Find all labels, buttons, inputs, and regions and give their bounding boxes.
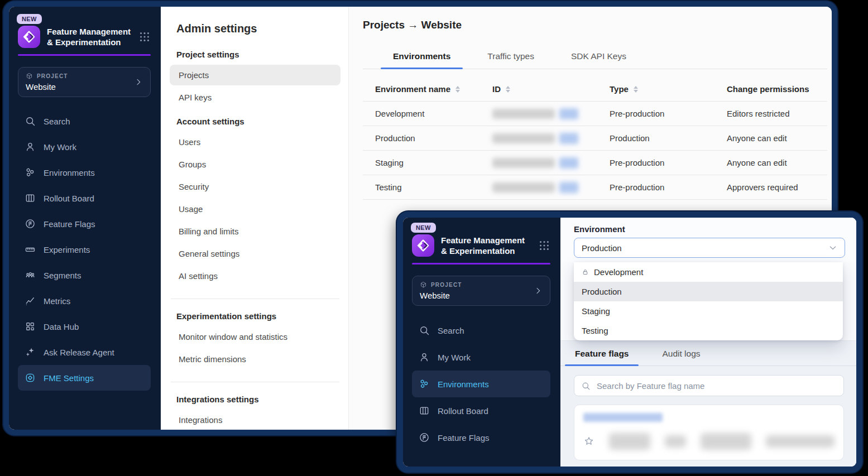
search-input[interactable] [596, 381, 837, 391]
redacted-flag-name-link[interactable] [583, 413, 663, 422]
redacted-content [665, 435, 686, 448]
environment-id-cell [480, 133, 597, 144]
sidebar-item-segments[interactable]: Segments [18, 262, 151, 288]
tab-environments[interactable]: Environments [392, 46, 452, 69]
environment-name-cell: Testing [363, 182, 480, 192]
admin-item-ai-settings[interactable]: AI settings [170, 266, 341, 286]
brand-underline [412, 263, 550, 265]
dropdown-option-staging[interactable]: Staging [574, 301, 843, 321]
sort-icon[interactable] [634, 86, 638, 93]
sidebar-item-search[interactable]: Search [412, 317, 550, 344]
redacted-copy-link[interactable] [559, 182, 578, 193]
table-row[interactable]: Staging Pre-production Anyone can edit [363, 151, 827, 175]
dropdown-option-testing[interactable]: Testing [574, 321, 843, 340]
table-row[interactable]: Development Pre-production Editors restr… [363, 102, 827, 126]
change-permissions-cell: Editors restricted [714, 109, 827, 118]
dropdown-option-development[interactable]: Development [574, 262, 843, 282]
environment-select[interactable]: Production [574, 238, 845, 258]
admin-item-usage[interactable]: Usage [170, 199, 341, 219]
admin-item-metric-dimensions[interactable]: Metric dimensions [170, 349, 341, 369]
column-header-change-permissions: Change permissions [714, 84, 827, 94]
sidebar-item-label: Segments [44, 271, 81, 280]
admin-item-billing-and-limits[interactable]: Billing and limits [170, 221, 341, 242]
dropdown-option-production[interactable]: Production [574, 282, 843, 301]
sidebar-item-data-hub[interactable]: Data Hub [18, 314, 151, 339]
redacted-content [609, 433, 650, 450]
admin-item-integrations[interactable]: Integrations [170, 410, 341, 430]
sidebar-item-feature-flags[interactable]: Feature Flags [412, 424, 550, 451]
environment-id-cell [480, 108, 597, 119]
column-header-type[interactable]: Type [597, 84, 714, 94]
project-selector[interactable]: PROJECT Website [18, 67, 151, 97]
fme-settings-icon [25, 372, 36, 383]
redacted-id [492, 158, 555, 168]
sort-icon[interactable] [506, 86, 510, 93]
sidebar-item-label: Rollout Board [438, 406, 488, 416]
sidebar-item-my-work[interactable]: My Work [18, 134, 151, 160]
sidebar-item-my-work[interactable]: My Work [412, 344, 550, 371]
section-heading-project-settings: Project settings [176, 50, 341, 59]
tab-audit-logs[interactable]: Audit logs [661, 348, 701, 366]
sidebar-item-environments[interactable]: Environments [412, 371, 550, 397]
sidebar-item-rollout-board[interactable]: Rollout Board [18, 185, 151, 211]
admin-item-monitor-window[interactable]: Monitor window and statistics [170, 326, 341, 347]
brand-header: Feature Management & Experimentation [412, 234, 550, 257]
project-selector[interactable]: PROJECT Website [412, 276, 550, 306]
overlay-nav: Search My Work Environments Rollout Boar… [412, 317, 550, 451]
sidebar-item-search[interactable]: Search [18, 108, 151, 134]
sidebar-item-metrics[interactable]: Metrics [18, 288, 151, 314]
change-permissions-cell: Anyone can edit [714, 158, 827, 167]
app-switcher-icon[interactable] [538, 239, 550, 252]
sidebar-item-feature-flags[interactable]: Feature Flags [18, 211, 151, 237]
grid-squares-icon [25, 321, 36, 332]
column-header-id[interactable]: ID [480, 84, 597, 94]
section-heading-experimentation-settings: Experimentation settings [176, 311, 341, 321]
admin-item-projects[interactable]: Projects [170, 65, 341, 85]
sidebar-item-ask-release-agent[interactable]: Ask Release Agent [18, 339, 151, 365]
tab-sdk-api-keys[interactable]: SDK API Keys [570, 46, 627, 69]
sort-icon[interactable] [455, 86, 460, 93]
sidebar-item-label: Metrics [44, 296, 70, 306]
search-icon [419, 325, 430, 336]
environment-type-cell: Pre-production [597, 182, 714, 192]
environment-id-cell [480, 182, 597, 193]
table-row[interactable]: Production Production Anyone can edit [363, 126, 827, 151]
overlay-window: NEW Feature Management & Experimentation [397, 211, 862, 473]
sidebar-item-fme-settings[interactable]: FME Settings [18, 365, 151, 391]
sidebar-item-rollout-board[interactable]: Rollout Board [412, 397, 550, 424]
environment-picker-section: Environment Production [560, 218, 856, 262]
user-icon [25, 141, 36, 152]
new-badge: NEW [17, 14, 42, 24]
admin-item-security[interactable]: Security [170, 176, 341, 197]
sidebar-item-label: Experiments [44, 245, 90, 254]
tab-feature-flags[interactable]: Feature flags [574, 348, 630, 366]
tab-traffic-types[interactable]: Traffic types [486, 46, 535, 69]
table-header-row: Environment name ID Type Change permissi… [363, 77, 827, 102]
admin-item-api-keys[interactable]: API keys [170, 87, 341, 108]
redacted-copy-link[interactable] [559, 108, 578, 119]
admin-item-groups[interactable]: Groups [170, 154, 341, 175]
environment-id-cell [480, 157, 597, 169]
chevron-right-icon [534, 286, 543, 295]
board-icon [419, 405, 430, 416]
redacted-content [766, 435, 835, 448]
sidebar-item-label: Environments [438, 379, 489, 389]
sidebar-item-label: Search [44, 117, 70, 126]
sidebar-item-experiments[interactable]: Experiments [18, 237, 151, 262]
redacted-copy-link[interactable] [559, 133, 578, 144]
feature-flag-search[interactable] [574, 375, 844, 396]
column-header-environment-name[interactable]: Environment name [363, 84, 480, 94]
admin-item-users[interactable]: Users [170, 132, 341, 152]
flag-circle-icon [25, 218, 36, 229]
feature-flag-card[interactable] [574, 405, 844, 460]
project-name: Website [26, 82, 68, 92]
project-label: PROJECT [431, 282, 462, 288]
redacted-copy-link[interactable] [559, 157, 578, 169]
sidebar-item-environments[interactable]: Environments [18, 160, 151, 185]
admin-item-general-settings[interactable]: General settings [170, 243, 341, 264]
sidebar-item-label: Environments [44, 168, 95, 177]
star-icon[interactable] [583, 436, 594, 447]
overlay-sidebar: NEW Feature Management & Experimentation [403, 218, 560, 467]
table-row[interactable]: Testing Pre-production Approvers require… [363, 175, 827, 200]
app-switcher-icon[interactable] [138, 31, 151, 43]
